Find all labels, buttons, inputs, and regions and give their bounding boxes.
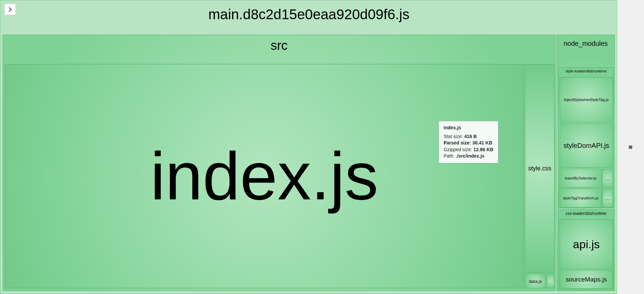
- tooltip-gzip-row: Gzipped size: 12.86 KB: [444, 146, 493, 153]
- module-insert-by-selector[interactable]: insertBySelector.js: [560, 169, 602, 188]
- module-style-tag-transform[interactable]: styleTagTransform.js: [560, 189, 602, 207]
- tooltip-parsed-value: 36.41 KB: [472, 140, 492, 145]
- tooltip-gzip-value: 12.86 KB: [473, 147, 493, 152]
- module-ellipsis-1-label: …: [605, 175, 610, 181]
- tooltip-stat-row: Stat size: 416 B: [444, 133, 493, 140]
- module-index-js[interactable]: index.js: [5, 64, 524, 288]
- tooltip-parsed-row: Parsed size: 36.41 KB: [444, 140, 493, 146]
- module-ellipsis-2[interactable]: …: [602, 189, 613, 207]
- tooltip: index.js Stat size: 416 B Parsed size: 3…: [439, 121, 498, 163]
- module-inject-styles-label: injectStylesIntoStyleTag.js: [564, 98, 609, 102]
- module-style-tag-transform-label: styleTagTransform.js: [563, 196, 599, 200]
- group-node-modules-label: node_modules: [557, 35, 614, 54]
- module-insert-by-selector-label: insertBySelector.js: [565, 176, 597, 180]
- module-ellipsis-1[interactable]: …: [602, 169, 613, 188]
- chevron-right-icon: [8, 7, 12, 12]
- group-style-loader[interactable]: style-loader/dist/runtime injectStylesIn…: [558, 67, 614, 208]
- module-style-css[interactable]: style.css: [525, 64, 555, 273]
- tooltip-path-value: ./src/index.js: [456, 153, 485, 159]
- tooltip-gzip-label: Gzipped size:: [444, 147, 473, 152]
- right-panel-handle-icon: [629, 145, 632, 149]
- tooltip-title: index.js: [444, 125, 493, 131]
- module-inject-styles[interactable]: injectStylesIntoStyleTag.js: [560, 77, 613, 122]
- group-css-loader[interactable]: css-loader/dist/runtime api.js sourceMap…: [558, 209, 614, 290]
- group-css-loader-label: css-loader/dist/runtime: [559, 210, 613, 219]
- tooltip-path-row: Path: ./src/index.js: [444, 153, 493, 160]
- module-source-maps-js-label: sourceMaps.js: [566, 276, 607, 283]
- sidebar-toggle-button[interactable]: [4, 4, 16, 15]
- module-source-maps-js[interactable]: sourceMaps.js: [560, 270, 613, 289]
- module-tiny-1[interactable]: [547, 274, 555, 288]
- tooltip-path-label: Path:: [444, 153, 456, 159]
- group-src-label: src: [3, 35, 555, 62]
- module-api-js[interactable]: api.js: [560, 219, 613, 269]
- group-node-modules[interactable]: node_modules style-loader/dist/runtime i…: [557, 35, 615, 291]
- group-style-loader-label: style-loader/dist/runtime: [559, 68, 613, 76]
- module-data-js[interactable]: data.js: [525, 274, 546, 288]
- module-api-js-label: api.js: [573, 238, 600, 251]
- bundle-title: main.d8c2d15e0eaa920d09f6.js: [0, 6, 617, 23]
- tooltip-stat-value: 416 B: [464, 134, 477, 139]
- module-data-js-label: data.js: [529, 279, 542, 284]
- module-style-dom-api[interactable]: styleDomAPI.js: [560, 123, 613, 168]
- module-style-css-label: style.css: [528, 165, 551, 172]
- module-style-dom-api-label: styleDomAPI.js: [564, 142, 609, 150]
- treemap-viewport[interactable]: main.d8c2d15e0eaa920d09f6.js src index.j…: [0, 0, 617, 294]
- module-ellipsis-2-label: …: [605, 195, 610, 201]
- tooltip-parsed-label: Parsed size:: [444, 140, 472, 145]
- right-panel[interactable]: [617, 0, 644, 294]
- tooltip-stat-label: Stat size:: [444, 134, 464, 139]
- module-index-js-label: index.js: [150, 137, 378, 215]
